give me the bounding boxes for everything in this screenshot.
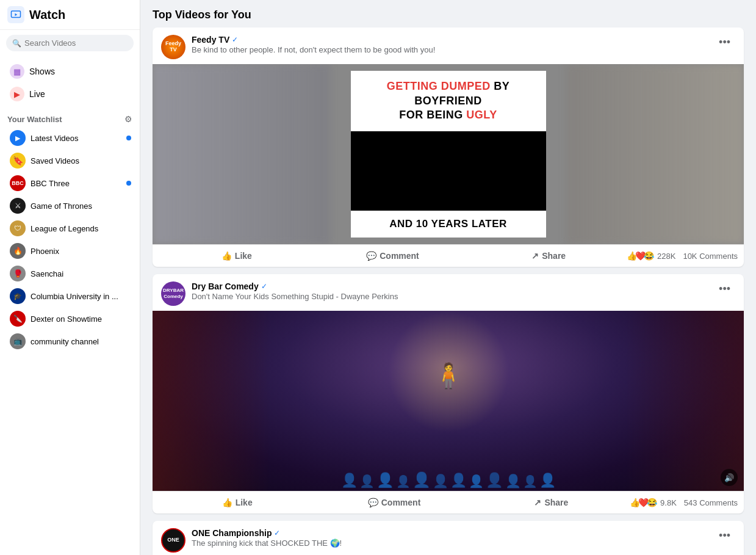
columbia-icon: 🎓	[10, 288, 26, 304]
drybar-verified-icon: ✓	[261, 282, 267, 291]
video-card-drybar: DRYBARComedy Dry Bar Comedy ✓ Don't Name…	[153, 274, 744, 513]
feedy-author-row: Feedy TV ✓	[192, 35, 714, 45]
drybar-more-button[interactable]: •••	[714, 281, 735, 297]
phoenix-icon: 🔥	[10, 243, 26, 259]
bbc-icon: BBC	[10, 175, 26, 191]
latest-videos-icon: ▶	[10, 130, 26, 146]
card-header-one: ONE ONE Championship ✓ The spinning kick…	[153, 521, 744, 555]
search-box[interactable]: 🔍	[6, 35, 134, 51]
watchlist-item-lol[interactable]: 🛡 League of Legends	[2, 217, 137, 239]
dexter-label: Dexter on Showtime	[31, 314, 130, 324]
drybar-reaction-icons: 👍 ❤️ 😂	[630, 498, 655, 507]
nav-shows[interactable]: ▦ Shows	[2, 60, 137, 82]
drybar-author: Dry Bar Comedy	[192, 281, 259, 291]
sidebar: Watch 🔍 ▦ Shows ▶ Live Your Watchlist ⚙ …	[0, 0, 140, 555]
feedy-subtitle: Be kind to other people. If not, don't e…	[192, 45, 714, 54]
one-author-row: ONE Championship ✓	[192, 528, 714, 538]
like-icon: 👍	[222, 498, 232, 507]
overlay-10-years: AND 10 YEARS LATER	[351, 211, 546, 238]
one-subtitle: The spinning kick that SHOCKED THE 🌍!	[192, 539, 714, 548]
lol-icon: 🛡	[10, 220, 26, 236]
drybar-subtitle: Don't Name Your Kids Something Stupid - …	[192, 292, 714, 301]
saved-videos-icon: 🔖	[10, 153, 26, 169]
drybar-reactions: 👍 ❤️ 😂 9.8K 543 Comments	[630, 498, 738, 507]
comment-icon: 💬	[366, 251, 376, 261]
lol-label: League of Legends	[31, 224, 130, 233]
shows-icon: ▦	[10, 64, 24, 79]
watchlist-item-saved[interactable]: 🔖 Saved Videos	[2, 150, 137, 172]
watchlist-settings-icon[interactable]: ⚙	[124, 114, 132, 124]
search-input[interactable]	[6, 35, 134, 51]
drybar-meta: Dry Bar Comedy ✓ Don't Name Your Kids So…	[192, 281, 714, 301]
drybar-comment-count: 543 Comments	[684, 498, 738, 507]
feedy-reaction-icons: 👍 ❤️ 😂	[627, 251, 652, 261]
watchlist-title: Your Watchlist	[7, 115, 62, 124]
search-icon: 🔍	[12, 39, 21, 48]
watchlist-item-latest[interactable]: ▶ Latest Videos	[2, 127, 137, 149]
feedy-comment-button[interactable]: 💬 Comment	[315, 247, 471, 264]
latest-videos-label: Latest Videos	[31, 134, 130, 143]
watchlist-item-saenchai[interactable]: 🥊 Saenchai	[2, 263, 137, 285]
latest-badge	[126, 136, 131, 140]
watchlist-item-columbia[interactable]: 🎓 Columbia University in ...	[2, 285, 137, 307]
one-author: ONE Championship	[192, 528, 272, 538]
haha-reaction2: 😂	[647, 498, 657, 507]
haha-reaction: 😂	[644, 251, 654, 261]
feedy-video-thumb[interactable]: GETTING DUMPED BY BOYFRIEND FOR BEING UG…	[153, 64, 744, 244]
phoenix-label: Phoenix	[31, 247, 130, 256]
feedy-actions: 👍 Like 💬 Comment ↗ Share 👍 ❤️ 😂 228K 10K…	[153, 244, 744, 267]
one-more-button[interactable]: •••	[714, 528, 735, 543]
drybar-video-thumb[interactable]: 🧍 👤👤👤👤👤👤👤👤👤👤👤👤 🔊	[153, 311, 744, 491]
drybar-like-button[interactable]: 👍 Like	[159, 494, 315, 511]
saenchai-label: Saenchai	[31, 269, 130, 278]
overlay-getting-dumped: GETTING DUMPED	[387, 80, 491, 92]
comment-icon: 💬	[368, 498, 378, 507]
nav-live[interactable]: ▶ Live	[2, 83, 137, 105]
drybar-avatar: DRYBARComedy	[161, 281, 185, 306]
feedy-reactions: 👍 ❤️ 😂 228K 10K Comments	[627, 251, 738, 261]
watch-icon	[7, 6, 24, 23]
feedy-share-button[interactable]: ↗ Share	[470, 247, 627, 264]
one-verified-icon: ✓	[274, 529, 280, 537]
drybar-share-button[interactable]: ↗ Share	[473, 494, 630, 511]
watchlist-item-community[interactable]: 📺 community channel	[2, 330, 137, 352]
sidebar-header: Watch	[0, 0, 140, 30]
community-icon: 📺	[10, 333, 26, 349]
dexter-icon: 🔪	[10, 311, 26, 327]
feedy-author: Feedy TV	[192, 35, 229, 45]
community-label: community channel	[31, 337, 130, 346]
mute-button[interactable]: 🔊	[721, 469, 738, 486]
bbc-label: BBC Three	[31, 179, 130, 188]
share-icon: ↗	[531, 251, 539, 261]
got-icon: ⚔	[10, 198, 26, 214]
section-title: Top Videos for You	[153, 0, 744, 27]
nav-section: ▦ Shows ▶ Live	[0, 56, 140, 109]
sidebar-title: Watch	[29, 8, 65, 22]
drybar-comment-button[interactable]: 💬 Comment	[315, 494, 472, 511]
like-icon: 👍	[221, 251, 232, 261]
one-meta: ONE Championship ✓ The spinning kick tha…	[192, 528, 714, 548]
feedy-avatar: FeedyTV	[161, 35, 185, 59]
bbc-badge	[126, 181, 131, 186]
feedy-comment-count: 10K Comments	[683, 252, 738, 261]
drybar-actions: 👍 Like 💬 Comment ↗ Share 👍 ❤️ 😂 9.8K 543…	[153, 491, 744, 513]
video-black-box	[351, 131, 546, 211]
watchlist-item-bbc[interactable]: BBC BBC Three	[2, 172, 137, 194]
watchlist-item-dexter[interactable]: 🔪 Dexter on Showtime	[2, 308, 137, 330]
feedy-verified-icon: ✓	[232, 35, 238, 44]
live-label: Live	[29, 89, 45, 99]
overlay-for-being: FOR BEING	[399, 109, 466, 121]
feedy-reaction-count: 228K	[657, 252, 675, 261]
feedy-meta: Feedy TV ✓ Be kind to other people. If n…	[192, 35, 714, 54]
main-content: Top Videos for You FeedyTV Feedy TV ✓ Be…	[140, 0, 756, 555]
overlay-ugly: UGLY	[466, 109, 497, 121]
card-header-feedy: FeedyTV Feedy TV ✓ Be kind to other peop…	[153, 27, 744, 64]
watchlist-item-phoenix[interactable]: 🔥 Phoenix	[2, 240, 137, 262]
watchlist-header: Your Watchlist ⚙	[0, 109, 140, 126]
feedy-like-button[interactable]: 👍 Like	[159, 247, 315, 264]
watchlist-item-got[interactable]: ⚔ Game of Thrones	[2, 195, 137, 217]
columbia-label: Columbia University in ...	[31, 292, 130, 301]
saved-videos-label: Saved Videos	[31, 156, 130, 165]
feedy-more-button[interactable]: •••	[714, 35, 735, 50]
live-icon: ▶	[10, 87, 24, 101]
